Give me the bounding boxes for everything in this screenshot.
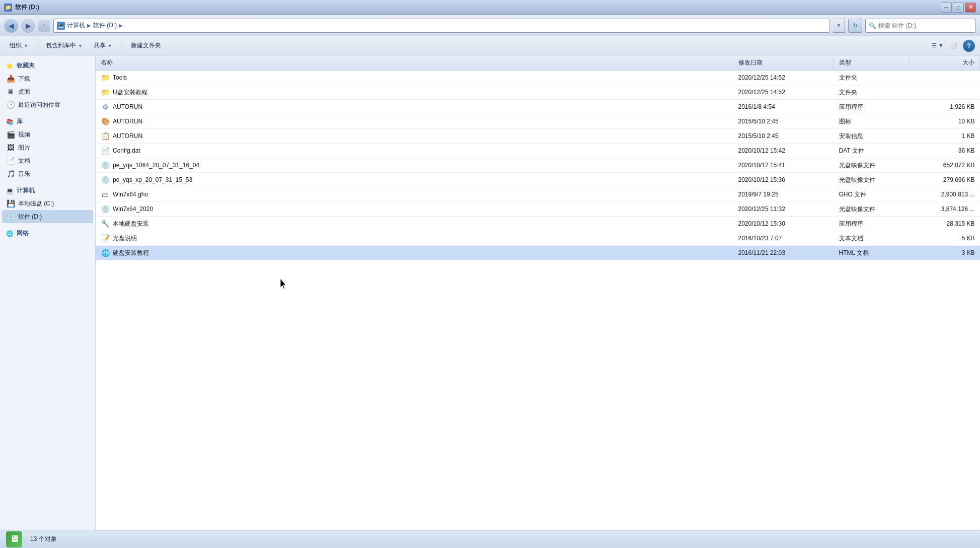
file-size: 2,900,813 ... (910, 187, 980, 202)
file-type: DAT 文件 (834, 144, 910, 158)
file-type-icon: 🗃 (101, 190, 110, 199)
table-row[interactable]: 📋 AUTORUN 2015/5/10 2:45 安装信息 1 KB (96, 129, 980, 144)
sidebar-item-download[interactable]: 📥 下载 (2, 72, 93, 85)
help-button[interactable]: ? (963, 40, 975, 52)
refresh-button[interactable]: ↻ (848, 19, 862, 33)
file-size: 652,072 KB (910, 158, 980, 173)
file-icon: 💿 pe_yqs_xp_20_07_31_15_53 (101, 175, 192, 184)
file-modified: 2015/5/10 2:45 (733, 114, 834, 129)
table-row[interactable]: 💿 pe_yqs_xp_20_07_31_15_53 2020/10/12 15… (96, 173, 980, 187)
file-name: U盘安装教程 (113, 88, 147, 97)
back-button[interactable]: ◀ (4, 19, 18, 33)
separator-2 (121, 40, 121, 52)
file-size: 28,315 KB (910, 217, 980, 231)
organize-button[interactable]: 组织 ▼ (5, 39, 33, 52)
sidebar-item-picture[interactable]: 🖼 图片 (2, 141, 93, 154)
search-icon: 🔍 (869, 22, 876, 29)
table-row[interactable]: 🔧 本地硬盘安装 2020/10/12 15:30 应用程序 28,315 KB (96, 217, 980, 231)
sidebar-item-document[interactable]: 📄 文档 (2, 154, 93, 167)
table-row[interactable]: 📁 U盘安装教程 2020/12/25 14:52 文件夹 (96, 85, 980, 100)
file-name-cell: 💿 pe_yqs_1064_20_07_31_16_04 (96, 158, 733, 173)
address-path[interactable]: 💻 计算机 ▶ 软件 (D:) ▶ (53, 19, 830, 33)
computer-header[interactable]: 💻 计算机 (2, 184, 93, 197)
address-dropdown[interactable]: ▼ (833, 19, 845, 33)
column-size[interactable]: 大小 (910, 55, 980, 71)
column-name[interactable]: 名称 (96, 55, 733, 71)
document-icon: 📄 (6, 156, 15, 165)
file-icon: 💿 pe_yqs_1064_20_07_31_16_04 (101, 161, 199, 170)
file-name-cell: ⚙ AUTORUN (96, 100, 733, 114)
sidebar-item-software-d[interactable]: 💿 软件 (D:) (2, 210, 93, 223)
file-icon: 📁 U盘安装教程 (101, 88, 147, 97)
table-row[interactable]: 💿 pe_yqs_1064_20_07_31_16_04 2020/10/12 … (96, 158, 980, 173)
download-icon: 📥 (6, 74, 15, 83)
file-type: 光盘映像文件 (834, 173, 910, 187)
file-size: 10 KB (910, 114, 980, 129)
maximize-button[interactable]: □ (953, 3, 964, 13)
file-modified: 2015/5/10 2:45 (733, 129, 834, 144)
column-modified[interactable]: 修改日期 (733, 55, 834, 71)
file-name: 本地硬盘安装 (113, 220, 149, 228)
status-bar: 🖥 13 个对象 (0, 530, 980, 548)
file-modified: 2020/10/12 15:41 (733, 158, 834, 173)
network-header[interactable]: 🌐 网络 (2, 227, 93, 240)
path-arrow-1: ▶ (87, 23, 91, 28)
library-header[interactable]: 📚 库 (2, 115, 93, 128)
search-container[interactable]: 🔍 (865, 19, 976, 33)
forward-button[interactable]: ▶ (21, 19, 35, 33)
sidebar: ⭐ 收藏夹 📥 下载 🖥 桌面 🕐 最近访问的位置 📚 库 (0, 55, 96, 530)
file-name: 硬盘安装教程 (113, 249, 149, 257)
file-size: 1 KB (910, 129, 980, 144)
share-button[interactable]: 共享 ▼ (89, 39, 117, 52)
file-name-cell: 📋 AUTORUN (96, 129, 733, 144)
column-type[interactable]: 类型 (834, 55, 910, 71)
download-label: 下载 (18, 75, 30, 83)
organize-arrow: ▼ (24, 43, 28, 48)
table-row[interactable]: ⚙ AUTORUN 2016/1/8 4:54 应用程序 1,926 KB (96, 100, 980, 114)
archive-button[interactable]: 包含到库中 ▼ (41, 39, 87, 52)
file-name: Win7x64_2020 (113, 206, 153, 213)
table-row[interactable]: 💿 Win7x64_2020 2020/12/25 11:32 光盘映像文件 3… (96, 202, 980, 217)
table-row[interactable]: 📝 光盘说明 2016/10/23 7:07 文本文档 5 KB (96, 231, 980, 246)
table-row[interactable]: 🌐 硬盘安装教程 2016/11/21 22:03 HTML 文档 3 KB (96, 246, 980, 260)
file-modified: 2020/12/25 11:32 (733, 202, 834, 217)
file-type: 应用程序 (834, 100, 910, 114)
sidebar-item-video[interactable]: 🎬 视频 (2, 128, 93, 141)
file-name-cell: 📄 Config.dat (96, 144, 733, 158)
up-button[interactable]: ↑ (38, 20, 50, 32)
sidebar-item-local-c[interactable]: 💾 本地磁盘 (C:) (2, 197, 93, 210)
share-arrow: ▼ (108, 43, 112, 48)
file-type-icon: 💿 (101, 161, 110, 170)
file-name: AUTORUN (113, 103, 142, 110)
table-row[interactable]: 🗃 Win7x64.gho 2019/9/7 19:25 GHO 文件 2,90… (96, 187, 980, 202)
table-row[interactable]: 📁 Tools 2020/12/25 14:52 文件夹 (96, 71, 980, 85)
sidebar-item-music[interactable]: 🎵 音乐 (2, 167, 93, 180)
file-name: 光盘说明 (113, 234, 137, 243)
file-type: 图标 (834, 114, 910, 129)
computer-icon: 💻 (57, 22, 65, 30)
preview-button[interactable]: ⬜ (947, 40, 961, 52)
desktop-icon: 🖥 (6, 87, 15, 96)
file-icon: 🔧 本地硬盘安装 (101, 219, 149, 228)
path-arrow-2: ▶ (119, 23, 123, 28)
table-row[interactable]: 📄 Config.dat 2020/10/12 15:42 DAT 文件 36 … (96, 144, 980, 158)
music-icon: 🎵 (6, 169, 15, 178)
computer-section-icon: 💻 (6, 187, 14, 194)
search-input[interactable] (878, 22, 972, 29)
table-row[interactable]: 🎨 AUTORUN 2015/5/10 2:45 图标 10 KB (96, 114, 980, 129)
file-modified: 2020/12/25 14:52 (733, 71, 834, 85)
toolbar: 组织 ▼ 包含到库中 ▼ 共享 ▼ 新建文件夹 ☰ ▼ ⬜ ? (0, 36, 980, 55)
file-name: pe_yqs_1064_20_07_31_16_04 (113, 162, 199, 169)
file-size (910, 85, 980, 100)
sidebar-item-recent[interactable]: 🕐 最近访问的位置 (2, 98, 93, 111)
new-folder-button[interactable]: 新建文件夹 (125, 39, 167, 52)
favorites-section: ⭐ 收藏夹 📥 下载 🖥 桌面 🕐 最近访问的位置 (2, 59, 93, 111)
close-button[interactable]: ✕ (965, 3, 976, 13)
file-name-cell: 🗃 Win7x64.gho (96, 187, 733, 202)
music-label: 音乐 (18, 170, 30, 178)
favorites-header[interactable]: ⭐ 收藏夹 (2, 59, 93, 72)
sidebar-item-desktop[interactable]: 🖥 桌面 (2, 85, 93, 98)
library-icon: 📚 (6, 118, 14, 125)
minimize-button[interactable]: ─ (941, 3, 952, 13)
view-button[interactable]: ☰ ▼ (931, 40, 945, 52)
